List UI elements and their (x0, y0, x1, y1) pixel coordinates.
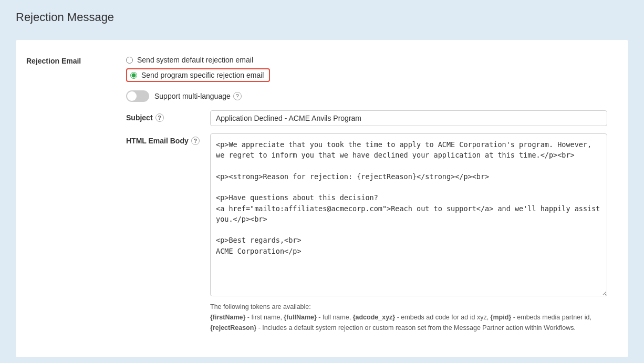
page-container: Rejection Message Rejection Email Send s… (0, 0, 644, 363)
radio-program-specific-label[interactable]: Send program specific rejection email (141, 71, 264, 79)
subject-label: Subject ? (126, 110, 210, 122)
subject-help-icon[interactable]: ? (155, 113, 164, 122)
html-body-row: HTML Email Body ? <p>We appreciate that … (126, 133, 607, 296)
html-body-textarea[interactable]: <p>We appreciate that you took the time … (210, 133, 607, 296)
radio-system-default-label[interactable]: Send system default rejection email (137, 56, 253, 64)
tokens-detail: {firstName} - first name, {fullName} - f… (210, 314, 591, 331)
radio-program-specific-wrapper: Send program specific rejection email (126, 68, 607, 86)
toggle-slider[interactable] (126, 90, 149, 102)
rejection-email-label: Rejection Email (26, 56, 126, 65)
rejection-email-row: Rejection Email Send system default reje… (26, 56, 607, 333)
toggle-label: Support multi-language (154, 92, 231, 100)
tokens-info-text: The following tokens are available: {fir… (210, 302, 607, 333)
subject-row: Subject ? (126, 110, 607, 126)
html-body-help-icon[interactable]: ? (191, 137, 200, 145)
radio-program-specific-input[interactable] (130, 72, 137, 79)
tokens-info-block: The following tokens are available: {fir… (210, 302, 607, 333)
html-body-label: HTML Email Body ? (126, 133, 210, 145)
radio-system-default-option[interactable]: Send system default rejection email (126, 56, 607, 64)
toggle-row: Support multi-language ? (126, 90, 607, 102)
form-section: Rejection Email Send system default reje… (16, 40, 628, 357)
rejection-email-controls: Send system default rejection email Send… (126, 56, 607, 333)
radio-program-specific-highlighted[interactable]: Send program specific rejection email (126, 68, 270, 82)
page-title: Rejection Message (16, 11, 628, 24)
subject-input[interactable] (210, 110, 607, 126)
toggle-switch[interactable] (126, 90, 149, 102)
radio-system-default-input[interactable] (126, 57, 133, 64)
multi-language-help-icon[interactable]: ? (233, 92, 242, 100)
